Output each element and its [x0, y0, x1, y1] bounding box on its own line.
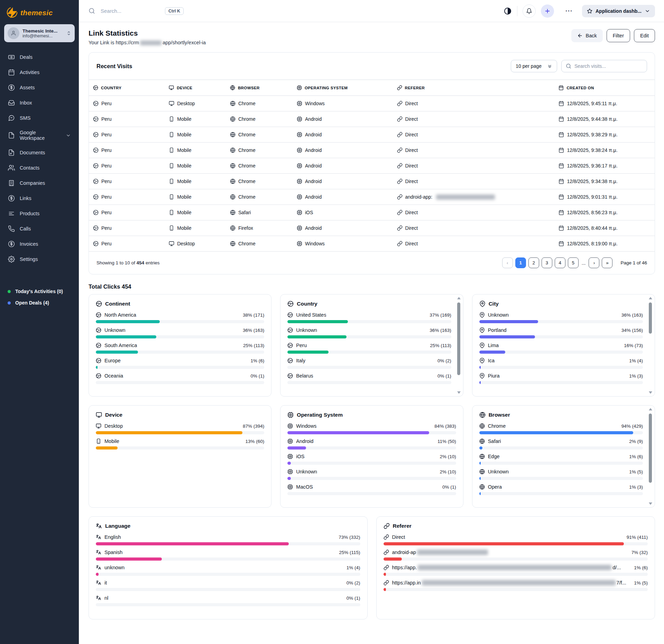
notifications-button[interactable]: [523, 4, 536, 18]
table-row[interactable]: Peru Mobile Chrome Android Direct 12/8/2…: [89, 111, 655, 127]
stat-value: 36% (163): [239, 328, 264, 333]
sidebar-item[interactable]: Activities: [4, 65, 75, 80]
sidebar-item-icon: [8, 54, 15, 61]
table-row[interactable]: Peru Desktop Chrome Windows Direct 12/8/…: [89, 96, 655, 111]
progress-track: [287, 431, 456, 434]
progress-bar: [384, 573, 386, 576]
main-area: Ctrl K ... Application dashb... Link Sta…: [79, 0, 664, 644]
link-icon: [397, 241, 403, 246]
back-button[interactable]: Back: [571, 29, 603, 42]
sidebar-item[interactable]: Links: [4, 191, 75, 206]
card-scrollbar[interactable]: [648, 296, 653, 395]
progress-bar: [384, 588, 386, 591]
sidebar-item[interactable]: Invoices: [4, 237, 75, 251]
sidebar-item[interactable]: Assets: [4, 80, 75, 95]
cell-country: Peru: [101, 225, 112, 231]
stat-label: Android: [296, 438, 313, 444]
progress-bar: [96, 335, 156, 338]
last-page-button[interactable]: »: [602, 257, 612, 268]
cell-country: Peru: [101, 241, 112, 246]
edit-button[interactable]: Edit: [634, 29, 655, 42]
page-button-3[interactable]: 3: [542, 257, 552, 268]
column-browser[interactable]: BROWSER: [226, 80, 293, 96]
sidebar-item[interactable]: Products: [4, 206, 75, 221]
calendar-icon: [559, 101, 564, 106]
stat-item: Italy 0% (2): [287, 358, 451, 369]
sidebar-item[interactable]: Settings: [4, 252, 75, 266]
progress-bar: [479, 351, 506, 354]
sidebar-item[interactable]: SMS: [4, 111, 75, 125]
account-name: Themesic Inte...: [22, 28, 63, 34]
column-created-on[interactable]: CREATED ON: [554, 80, 655, 96]
column-device[interactable]: DEVICE: [165, 80, 226, 96]
pagination-ellipsis: ...: [582, 260, 586, 266]
progress-track: [479, 320, 643, 323]
cell-browser: Chrome: [238, 163, 256, 169]
prev-page-button[interactable]: ‹: [502, 257, 513, 268]
map-pin-icon: [479, 301, 486, 307]
stat-value: 0% (2): [434, 358, 451, 363]
theme-toggle-icon[interactable]: [504, 7, 512, 15]
progress-bar: [287, 351, 328, 354]
card-scrollbar[interactable]: [648, 407, 653, 506]
filter-button[interactable]: Filter: [607, 29, 630, 42]
progress-bar: [479, 320, 538, 323]
stat-label: Safari: [488, 438, 501, 444]
per-page-select[interactable]: 10 per page: [511, 60, 557, 72]
cell-created-on: 12/8/2025, 8:19:00 π.μ.: [567, 241, 617, 246]
link-icon: [397, 163, 403, 169]
table-row[interactable]: Peru Mobile Chrome Android Direct 12/8/2…: [89, 143, 655, 158]
open-deals-link[interactable]: Open Deals (4): [8, 300, 75, 306]
sidebar-item[interactable]: Inbox: [4, 96, 75, 110]
next-page-button[interactable]: ›: [589, 257, 599, 268]
device-icon: [169, 101, 174, 106]
sidebar-item[interactable]: Calls: [4, 221, 75, 236]
page-button-2[interactable]: 2: [528, 257, 539, 268]
column-country[interactable]: COUNTRY: [89, 80, 165, 96]
visits-search-input[interactable]: [574, 63, 643, 69]
sidebar-item[interactable]: Deals: [4, 50, 75, 64]
table-row[interactable]: Peru Mobile Chrome Android Direct 12/8/2…: [89, 174, 655, 189]
add-button[interactable]: [541, 4, 554, 18]
globe-icon: [287, 301, 294, 307]
stat-item: nl 0% (1): [96, 595, 360, 606]
sidebar-item[interactable]: Documents: [4, 145, 75, 160]
cpu-icon: [297, 210, 302, 215]
table-row[interactable]: Peru Mobile Chrome Android Direct 12/8/2…: [89, 127, 655, 143]
table-row[interactable]: Peru Mobile Safari iOS Direct 12/8/2025,…: [89, 205, 655, 220]
sidebar-footer: Today's Activities (0) Open Deals (4): [4, 289, 75, 306]
table-row[interactable]: Peru Mobile Chrome Android Direct 12/8/2…: [89, 158, 655, 174]
sidebar-item[interactable]: Contacts: [4, 161, 75, 175]
sidebar-item-label: Calls: [20, 226, 31, 232]
table-row[interactable]: Peru Desktop Chrome Windows Direct 12/8/…: [89, 236, 655, 252]
cell-browser: Chrome: [238, 116, 256, 122]
page-button-4[interactable]: 4: [555, 257, 565, 268]
select-arrows-icon: [547, 64, 552, 69]
workspace-selector[interactable]: Application dashb...: [582, 5, 655, 17]
progress-bar: [479, 492, 481, 495]
page-title: Link Statistics: [89, 29, 206, 37]
sidebar-item[interactable]: Google Workspace: [4, 126, 75, 145]
table-row[interactable]: Peru Mobile Chrome Android android-app: …: [89, 189, 655, 205]
sidebar-item[interactable]: Companies: [4, 176, 75, 190]
column-referer[interactable]: REFERER: [393, 80, 555, 96]
card-title: City: [489, 301, 499, 307]
page-button-5[interactable]: 5: [568, 257, 579, 268]
stat-value: 0% (1): [434, 373, 451, 379]
card-scrollbar[interactable]: [456, 296, 461, 395]
page-button-1[interactable]: 1: [515, 257, 526, 268]
global-search-input[interactable]: [101, 8, 159, 14]
account-switcher[interactable]: Themesic Inte... info@themesi...: [4, 24, 75, 42]
column-os[interactable]: OPERATING SYSTEM: [293, 80, 393, 96]
more-menu-button[interactable]: ...: [565, 6, 573, 13]
table-footer: Showing 1 to 10 of 454 entries ‹ 1 2 3 4…: [89, 252, 655, 274]
todays-activities-link[interactable]: Today's Activities (0): [8, 289, 75, 294]
progress-track: [96, 320, 264, 323]
stat-item-icon: [479, 343, 485, 348]
cell-referer: Direct: [405, 241, 418, 246]
account-email: info@themesi...: [22, 34, 63, 38]
cell-device: Mobile: [177, 179, 191, 184]
table-row[interactable]: Peru Mobile Firefox Android Direct 12/8/…: [89, 220, 655, 236]
stat-item-icon: [96, 550, 101, 555]
sidebar-item-icon: [8, 210, 15, 217]
